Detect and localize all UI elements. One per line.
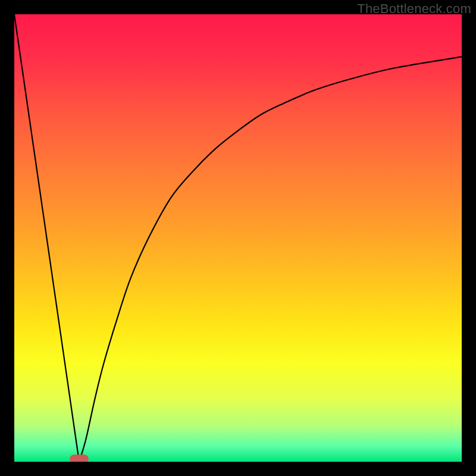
chart-frame: TheBottleneck.com [0, 0, 476, 476]
watermark-label: TheBottleneck.com [357, 1, 471, 17]
optimal-marker [70, 455, 89, 462]
plot-area [14, 14, 462, 462]
chart-svg [14, 14, 462, 462]
gradient-background [14, 14, 462, 462]
